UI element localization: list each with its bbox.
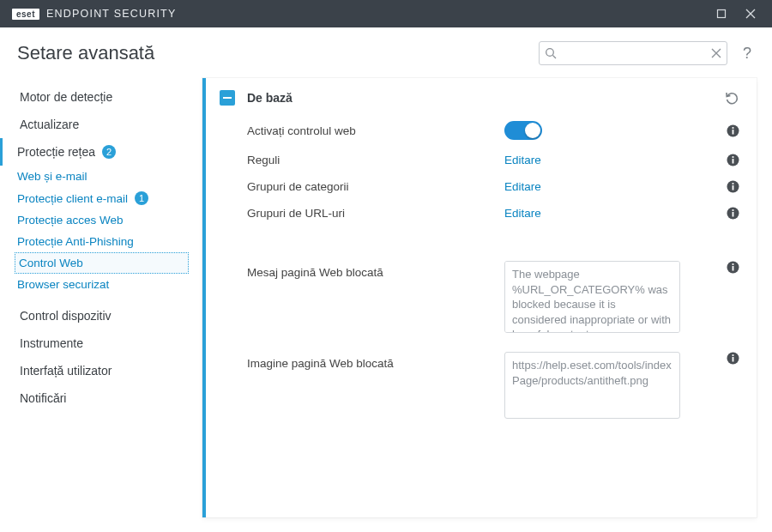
row-rules: Reguli Editare bbox=[206, 147, 757, 173]
notification-badge: 2 bbox=[102, 145, 116, 159]
row-label: Activați controlul web bbox=[247, 124, 504, 137]
toggle-knob bbox=[525, 123, 540, 138]
svg-rect-18 bbox=[733, 357, 734, 362]
row-category-groups: Grupuri de categorii Editare bbox=[206, 173, 757, 200]
svg-point-4 bbox=[732, 126, 733, 128]
section-header-basic: De bază bbox=[206, 78, 757, 114]
edit-rules-link[interactable]: Editare bbox=[504, 154, 541, 166]
window-maximize-button[interactable] bbox=[707, 0, 736, 27]
sidebar: Motor de detecție Actualizare Protecție … bbox=[0, 75, 197, 524]
square-icon bbox=[716, 9, 727, 19]
edit-url-groups-link[interactable]: Editare bbox=[504, 207, 541, 220]
search-field-wrapper[interactable] bbox=[539, 41, 727, 65]
blocked-page-image-textarea[interactable] bbox=[504, 352, 680, 419]
search-icon bbox=[545, 47, 557, 59]
window-close-button[interactable] bbox=[736, 0, 765, 27]
close-icon bbox=[745, 9, 756, 19]
sidebar-item-web-control[interactable]: Control Web bbox=[15, 252, 189, 274]
info-icon bbox=[727, 261, 739, 274]
sidebar-item-web-and-email[interactable]: Web și e-mail bbox=[15, 166, 189, 187]
settings-panel: De bază Activați controlul web Reguli bbox=[202, 78, 757, 517]
sidebar-item-label: Protecție rețea bbox=[17, 145, 95, 159]
sidebar-item-label: Protecție client e-mail bbox=[17, 192, 128, 205]
sidebar-item-device-control[interactable]: Control dispozitiv bbox=[15, 302, 189, 329]
svg-rect-12 bbox=[733, 212, 734, 217]
row-label: Grupuri de categorii bbox=[247, 180, 504, 193]
sidebar-item-label: Notificări bbox=[20, 391, 66, 405]
edit-category-groups-link[interactable]: Editare bbox=[504, 180, 541, 193]
brand-eset-box: eset bbox=[12, 9, 39, 20]
row-label: Mesaj pagină Web blocată bbox=[247, 261, 504, 279]
footer: Implicit OK Revocare bbox=[0, 524, 772, 532]
row-info-button[interactable] bbox=[727, 124, 739, 137]
sidebar-item-label: Actualizare bbox=[20, 118, 79, 131]
sidebar-item-label: Instrumente bbox=[20, 336, 83, 350]
row-url-groups: Grupuri de URL-uri Editare bbox=[206, 200, 757, 227]
sidebar-item-label: Control Web bbox=[19, 257, 83, 269]
sidebar-item-label: Web și e-mail bbox=[17, 170, 87, 183]
svg-rect-15 bbox=[733, 266, 734, 271]
row-info-button[interactable] bbox=[727, 207, 739, 220]
svg-point-10 bbox=[732, 183, 733, 184]
row-info-button[interactable] bbox=[727, 180, 739, 193]
row-enable-web-control: Activați controlul web bbox=[206, 114, 757, 147]
sidebar-item-label: Motor de detecție bbox=[20, 90, 112, 104]
sidebar-item-user-interface[interactable]: Interfață utilizator bbox=[15, 357, 189, 384]
info-icon bbox=[727, 207, 739, 220]
svg-point-19 bbox=[732, 354, 733, 356]
sidebar-item-update[interactable]: Actualizare bbox=[15, 111, 189, 138]
info-icon bbox=[727, 352, 739, 365]
sidebar-item-anti-phishing-protection[interactable]: Protecție Anti-Phishing bbox=[15, 231, 189, 252]
search-input[interactable] bbox=[562, 47, 711, 60]
help-button[interactable]: ? bbox=[739, 45, 755, 63]
sidebar-item-notifications[interactable]: Notificări bbox=[15, 384, 189, 412]
info-icon bbox=[727, 180, 739, 193]
sidebar-item-email-client-protection[interactable]: Protecție client e-mail 1 bbox=[15, 187, 189, 209]
row-label: Reguli bbox=[247, 154, 504, 166]
page-title: Setare avansată bbox=[17, 42, 154, 64]
x-icon bbox=[711, 48, 721, 58]
section-revert-button[interactable] bbox=[724, 90, 739, 106]
sidebar-item-secured-browser[interactable]: Browser securizat bbox=[15, 274, 189, 295]
svg-point-16 bbox=[732, 263, 733, 265]
svg-point-13 bbox=[732, 209, 733, 211]
row-info-button[interactable] bbox=[727, 352, 739, 365]
row-label: Imagine pagină Web blocată bbox=[247, 352, 504, 370]
sidebar-item-label: Browser securizat bbox=[17, 278, 109, 291]
row-blocked-page-message: Mesaj pagină Web blocată bbox=[206, 249, 757, 340]
svg-rect-3 bbox=[733, 130, 734, 135]
title-bar: eset ENDPOINT SECURITY bbox=[0, 0, 772, 27]
svg-point-1 bbox=[546, 49, 554, 57]
section-collapse-button[interactable] bbox=[220, 90, 235, 106]
search-clear-button[interactable] bbox=[711, 48, 721, 58]
sidebar-item-network-protection[interactable]: Protecție rețea 2 bbox=[0, 138, 189, 166]
sidebar-item-web-access-protection[interactable]: Protecție acces Web bbox=[15, 209, 189, 231]
page-header: Setare avansată ? bbox=[0, 27, 772, 75]
blocked-page-message-textarea[interactable] bbox=[504, 261, 680, 333]
info-icon bbox=[727, 124, 739, 137]
svg-point-7 bbox=[732, 156, 733, 158]
sidebar-item-label: Protecție acces Web bbox=[17, 214, 124, 227]
row-label: Grupuri de URL-uri bbox=[247, 207, 504, 220]
row-blocked-page-image: Imagine pagină Web blocată bbox=[206, 340, 757, 426]
svg-rect-0 bbox=[718, 10, 726, 18]
row-info-button[interactable] bbox=[727, 154, 739, 166]
brand-product-name: ENDPOINT SECURITY bbox=[46, 8, 176, 20]
minus-icon bbox=[223, 97, 232, 99]
svg-rect-6 bbox=[733, 159, 734, 164]
undo-icon bbox=[724, 90, 739, 106]
svg-rect-9 bbox=[733, 185, 734, 190]
info-icon bbox=[727, 154, 739, 166]
notification-badge: 1 bbox=[135, 191, 148, 205]
sidebar-item-label: Interfață utilizator bbox=[20, 364, 112, 378]
sidebar-item-label: Protecție Anti-Phishing bbox=[17, 235, 134, 248]
enable-web-control-toggle[interactable] bbox=[504, 121, 542, 140]
sidebar-item-tools[interactable]: Instrumente bbox=[15, 329, 189, 357]
row-info-button[interactable] bbox=[727, 261, 739, 274]
section-title: De bază bbox=[247, 91, 293, 105]
sidebar-item-label: Control dispozitiv bbox=[20, 309, 112, 323]
sidebar-item-detection-engine[interactable]: Motor de detecție bbox=[15, 83, 189, 111]
